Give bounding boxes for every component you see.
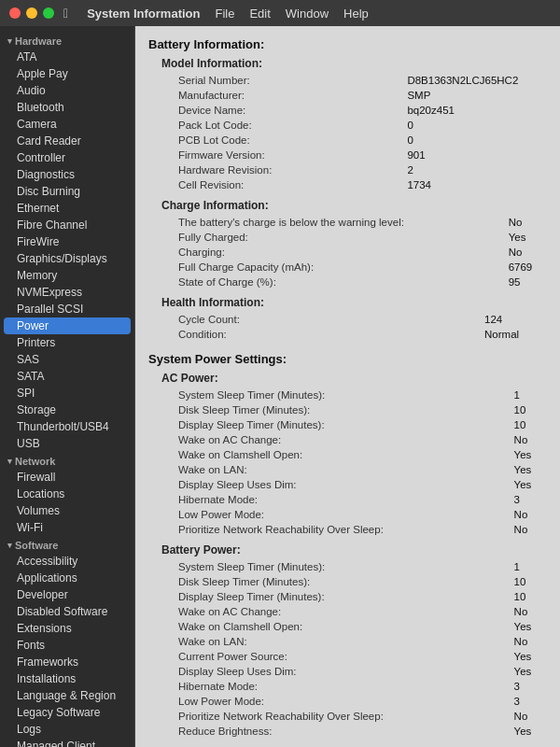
sidebar-item-installations[interactable]: Installations (0, 670, 134, 687)
menu-help[interactable]: Help (343, 7, 369, 21)
field-value: D8B1363N2LCJ65HC2 (405, 74, 545, 87)
menu-file[interactable]: File (215, 7, 234, 21)
field-label: State of Charge (%): (176, 275, 505, 289)
minimize-button[interactable] (26, 7, 37, 19)
sidebar-item-firewire[interactable]: FireWire (0, 233, 134, 250)
field-value: 6769 (507, 261, 545, 274)
table-row: Fully Charged: Yes (176, 231, 545, 244)
field-label: Serial Number: (176, 74, 403, 87)
table-row: Wake on LAN:No (176, 635, 545, 648)
sidebar-item-developer[interactable]: Developer (0, 586, 134, 603)
sidebar-item-bluetooth[interactable]: Bluetooth (0, 99, 134, 116)
field-value: Yes (512, 650, 545, 663)
menu-bar: File Edit Window Help (215, 7, 368, 21)
field-label: Wake on Clamshell Open: (176, 620, 511, 633)
sidebar-item-locations[interactable]: Locations (0, 486, 134, 502)
sidebar-item-managedclient[interactable]: Managed Client (0, 738, 134, 747)
field-label: Fully Charged: (176, 231, 505, 244)
field-value: 0 (405, 119, 545, 132)
sidebar-item-power[interactable]: Power (4, 317, 131, 334)
sidebar-item-extensions[interactable]: Extensions (0, 620, 134, 637)
sidebar-item-fibrechannel[interactable]: Fibre Channel (0, 217, 134, 233)
model-info-label: Model Information: (148, 57, 547, 70)
sidebar-item-accessibility[interactable]: Accessibility (0, 553, 134, 570)
field-label: Prioritize Network Reachability Over Sle… (176, 710, 511, 723)
sidebar-item-legacysoftware[interactable]: Legacy Software (0, 704, 134, 721)
field-value: 10 (512, 418, 545, 431)
field-value: Yes (512, 448, 545, 461)
sidebar-item-applepay[interactable]: Apple Pay (0, 65, 134, 82)
sidebar-item-sas[interactable]: SAS (0, 351, 134, 368)
charge-info-table: The battery's charge is below the warnin… (148, 214, 547, 290)
table-row: System Sleep Timer (Minutes):1 (176, 388, 545, 402)
sidebar-item-diagnostics[interactable]: Diagnostics (0, 166, 134, 183)
sidebar-item-memory[interactable]: Memory (0, 267, 134, 284)
sidebar-item-printers[interactable]: Printers (0, 334, 134, 351)
table-row: Wake on AC Change:No (176, 605, 545, 618)
field-label: Full Charge Capacity (mAh): (176, 261, 505, 274)
table-row: State of Charge (%): 95 (176, 275, 545, 289)
sidebar-item-camera[interactable]: Camera (0, 116, 134, 133)
sidebar-item-volumes[interactable]: Volumes (0, 502, 134, 519)
sidebar-group-software: ▾ Software (0, 536, 134, 553)
table-row: Device Name: bq20z451 (176, 104, 545, 117)
field-label: Current Power Source: (176, 650, 511, 663)
sidebar-item-ethernet[interactable]: Ethernet (0, 200, 134, 217)
sidebar-item-controller[interactable]: Controller (0, 149, 134, 166)
sidebar-item-nvmexpress[interactable]: NVMExpress (0, 284, 134, 301)
table-row: System Sleep Timer (Minutes):1 (176, 560, 545, 573)
field-value: No (512, 605, 545, 618)
sidebar-item-firewall[interactable]: Firewall (0, 469, 134, 486)
sidebar-item-parallelscsi[interactable]: Parallel SCSI (0, 301, 134, 317)
field-value: Yes (512, 620, 545, 633)
field-label: System Sleep Timer (Minutes): (176, 560, 511, 573)
menu-edit[interactable]: Edit (249, 7, 270, 21)
field-value: No (507, 216, 545, 229)
field-label: Wake on LAN: (176, 635, 511, 648)
close-button[interactable] (9, 7, 21, 19)
table-row: Firmware Version: 901 (176, 148, 545, 162)
sidebar-item-cardreader[interactable]: Card Reader (0, 133, 134, 149)
field-label: Charging: (176, 246, 505, 259)
table-row: Hibernate Mode:3 (176, 680, 545, 693)
field-value: 2 (405, 163, 545, 176)
sidebar-group-network: ▾ Network (0, 452, 134, 469)
ac-power-table: System Sleep Timer (Minutes):1 Disk Slee… (148, 387, 547, 538)
sidebar-item-storage[interactable]: Storage (0, 402, 134, 418)
sidebar-item-graphics[interactable]: Graphics/Displays (0, 250, 134, 267)
sidebar-item-ata[interactable]: ATA (0, 49, 134, 65)
sidebar-item-audio[interactable]: Audio (0, 82, 134, 99)
sidebar-item-spi[interactable]: SPI (0, 385, 134, 402)
sidebar-item-thunderbolt[interactable]: Thunderbolt/USB4 (0, 418, 134, 435)
sidebar-item-disabledsoftware[interactable]: Disabled Software (0, 603, 134, 620)
table-row: Serial Number: D8B1363N2LCJ65HC2 (176, 74, 545, 87)
field-label: Hardware Revision: (176, 163, 403, 176)
table-row: Wake on Clamshell Open:Yes (176, 448, 545, 461)
sidebar-item-language[interactable]: Language & Region (0, 687, 134, 704)
sidebar-item-sata[interactable]: SATA (0, 368, 134, 385)
sidebar-item-usb[interactable]: USB (0, 435, 134, 452)
field-value: Yes (512, 478, 545, 491)
field-value: No (512, 508, 545, 521)
sidebar-item-applications[interactable]: Applications (0, 570, 134, 586)
field-value: 3 (512, 493, 545, 506)
table-row: Prioritize Network Reachability Over Sle… (176, 523, 545, 536)
field-label: Display Sleep Uses Dim: (176, 665, 511, 678)
field-label: Low Power Mode: (176, 508, 511, 521)
field-label: Prioritize Network Reachability Over Sle… (176, 523, 511, 536)
field-label: Condition: (176, 328, 481, 341)
apple-logo-icon:  (63, 6, 68, 21)
sidebar-item-frameworks[interactable]: Frameworks (0, 654, 134, 670)
sidebar-item-discburning[interactable]: Disc Burning (0, 183, 134, 200)
sidebar-group-hardware: ▾ Hardware (0, 32, 134, 49)
sidebar-item-fonts[interactable]: Fonts (0, 637, 134, 654)
sidebar-item-logs[interactable]: Logs (0, 721, 134, 738)
field-label: Wake on LAN: (176, 463, 511, 476)
field-value: 95 (507, 275, 545, 289)
sidebar-item-wifi[interactable]: Wi-Fi (0, 519, 134, 536)
table-row: Current Power Source:Yes (176, 650, 545, 663)
menu-window[interactable]: Window (286, 7, 329, 21)
maximize-button[interactable] (43, 7, 54, 19)
field-label: Display Sleep Timer (Minutes): (176, 590, 511, 603)
table-row: Display Sleep Uses Dim:Yes (176, 478, 545, 491)
